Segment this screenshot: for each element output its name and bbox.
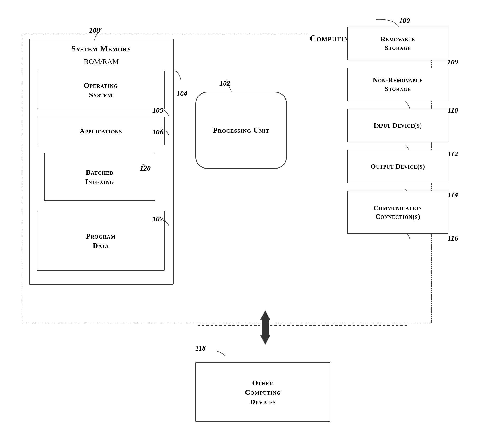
- other-computing-devices-label: OtherComputingDevices: [245, 378, 281, 406]
- removable-storage-label: RemovableStorage: [380, 35, 415, 52]
- ref-120: 120: [140, 164, 151, 172]
- os-label: OperatingSystem: [84, 80, 118, 99]
- diagram: 100 Computing Device 108 System Memory R…: [15, 15, 463, 437]
- ref-116: 116: [448, 234, 458, 242]
- processing-unit-box: Processing Unit: [195, 92, 287, 169]
- non-removable-storage-label: Non-RemovableStorage: [373, 76, 423, 93]
- batched-indexing-label: BatchedIndexing: [85, 168, 114, 186]
- ref-104: 104: [176, 89, 187, 97]
- rom-ram-label: ROM/RAM: [30, 57, 173, 66]
- ref-109: 109: [447, 58, 458, 66]
- communication-connections-box: CommunicationConnection(s): [347, 191, 449, 234]
- ref-114: 114: [448, 191, 458, 199]
- output-devices-box: Output Device(s): [347, 150, 449, 183]
- other-computing-devices-box: OtherComputingDevices: [195, 362, 330, 422]
- removable-storage-box: RemovableStorage: [347, 26, 449, 60]
- batched-indexing-box: BatchedIndexing: [44, 153, 155, 201]
- ref-112: 112: [448, 150, 458, 158]
- program-data-box: ProgramData: [37, 211, 165, 271]
- communication-connections-label: CommunicationConnection(s): [373, 204, 422, 221]
- right-boxes: RemovableStorage Non-RemovableStorage In…: [347, 26, 449, 234]
- processing-unit-label: Processing Unit: [213, 125, 269, 135]
- ref-108: 108: [89, 26, 100, 34]
- ref-107: 107: [152, 215, 163, 223]
- input-devices-box: Input Device(s): [347, 109, 449, 142]
- ref-118: 118: [195, 344, 206, 352]
- ref-102: 102: [219, 79, 230, 87]
- applications-box: Applications: [37, 117, 165, 145]
- system-memory-box: System Memory ROM/RAM OperatingSystem Ap…: [29, 39, 174, 285]
- os-box: OperatingSystem: [37, 71, 165, 109]
- system-memory-label: System Memory: [30, 44, 173, 53]
- ref-110: 110: [448, 106, 458, 114]
- ref-106: 106: [152, 128, 163, 136]
- ref-105: 105: [152, 106, 163, 114]
- program-data-label: ProgramData: [86, 231, 116, 250]
- input-devices-label: Input Device(s): [374, 121, 422, 130]
- output-devices-label: Output Device(s): [371, 162, 425, 171]
- non-removable-storage-box: Non-RemovableStorage: [347, 68, 449, 101]
- svg-marker-1: [261, 335, 270, 345]
- applications-label: Applications: [79, 127, 122, 135]
- ref-100: 100: [399, 16, 410, 25]
